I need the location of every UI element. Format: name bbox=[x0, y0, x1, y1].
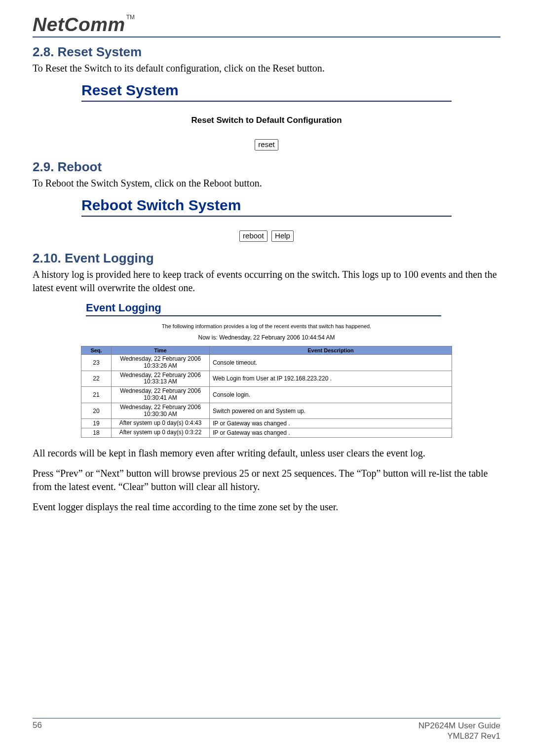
table-row: 18After system up 0 day(s) 0:3:22IP or G… bbox=[81, 428, 452, 438]
col-seq: Seq. bbox=[81, 346, 112, 355]
reset-panel: Reset System Reset Switch to Default Con… bbox=[81, 82, 452, 151]
table-row: 19After system up 0 day(s) 0:4:43IP or G… bbox=[81, 419, 452, 428]
page-number: 56 bbox=[33, 720, 42, 730]
event-logging-panel: Event Logging The following information … bbox=[69, 302, 464, 438]
cell-desc: Switch powered on and System up. bbox=[210, 403, 452, 419]
cell-time: Wednesday, 22 February 2006 10:33:26 AM bbox=[112, 355, 210, 371]
reset-panel-underline bbox=[81, 101, 452, 102]
reset-panel-subtitle: Reset Switch to Default Configuration bbox=[81, 115, 452, 125]
text-reboot: To Reboot the Switch System, click on th… bbox=[33, 177, 500, 190]
event-logging-now: Now is: Wednesday, 22 February 2006 10:4… bbox=[69, 334, 464, 341]
heading-event-logging: 2.10. Event Logging bbox=[33, 251, 500, 266]
footer-revision: YML827 Rev1 bbox=[419, 731, 500, 741]
table-row: 22Wednesday, 22 February 2006 10:33:13 A… bbox=[81, 371, 452, 387]
col-time: Time bbox=[112, 346, 210, 355]
cell-desc: IP or Gateway was changed . bbox=[210, 428, 452, 438]
cell-seq: 20 bbox=[81, 403, 112, 419]
cell-seq: 18 bbox=[81, 428, 112, 438]
text-event-logging-intro: A history log is provided here to keep t… bbox=[33, 268, 500, 295]
cell-seq: 23 bbox=[81, 355, 112, 371]
event-logging-caption: The following information provides a log… bbox=[69, 323, 464, 329]
table-row: 21Wednesday, 22 February 2006 10:30:41 A… bbox=[81, 387, 452, 403]
footer-doc-title: NP2624M User Guide bbox=[419, 720, 500, 731]
brand-logo: NetComm bbox=[33, 14, 125, 36]
page-footer: 56 NP2624M User Guide YML827 Rev1 bbox=[33, 718, 500, 742]
cell-time: Wednesday, 22 February 2006 10:30:41 AM bbox=[112, 387, 210, 403]
help-button[interactable]: Help bbox=[271, 230, 294, 242]
reboot-button[interactable]: reboot bbox=[239, 230, 267, 242]
reset-panel-title: Reset System bbox=[81, 82, 452, 99]
brand-row: NetCommTM bbox=[33, 14, 500, 38]
cell-time: Wednesday, 22 February 2006 10:33:13 AM bbox=[112, 371, 210, 387]
cell-time: After system up 0 day(s) 0:4:43 bbox=[112, 419, 210, 428]
cell-desc: Console login. bbox=[210, 387, 452, 403]
cell-seq: 22 bbox=[81, 371, 112, 387]
cell-time: After system up 0 day(s) 0:3:22 bbox=[112, 428, 210, 438]
cell-desc: Console timeout. bbox=[210, 355, 452, 371]
reboot-panel-title: Reboot Switch System bbox=[81, 197, 452, 214]
reboot-panel: Reboot Switch System reboot Help bbox=[81, 197, 452, 242]
cell-seq: 21 bbox=[81, 387, 112, 403]
cell-seq: 19 bbox=[81, 419, 112, 428]
brand-tm: TM bbox=[126, 14, 135, 21]
heading-reset-system: 2.8. Reset System bbox=[33, 44, 500, 60]
heading-reboot: 2.9. Reboot bbox=[33, 159, 500, 175]
cell-desc: Web Login from User at IP 192.168.223.22… bbox=[210, 371, 452, 387]
text-reset-system: To Reset the Switch to its default confi… bbox=[33, 62, 500, 75]
col-desc: Event Description bbox=[210, 346, 452, 355]
event-logging-panel-title: Event Logging bbox=[86, 302, 464, 314]
reboot-panel-underline bbox=[81, 216, 452, 217]
text-event-logging-after1: All records will be kept in flash memory… bbox=[33, 447, 500, 460]
event-log-table: Seq. Time Event Description 23Wednesday,… bbox=[81, 346, 452, 438]
reset-button[interactable]: reset bbox=[255, 139, 278, 151]
cell-desc: IP or Gateway was changed . bbox=[210, 419, 452, 428]
text-event-logging-after3: Event logger displays the real time acco… bbox=[33, 500, 500, 514]
table-row: 23Wednesday, 22 February 2006 10:33:26 A… bbox=[81, 355, 452, 371]
event-logging-panel-underline bbox=[86, 315, 441, 316]
table-row: 20Wednesday, 22 February 2006 10:30:30 A… bbox=[81, 403, 452, 419]
cell-time: Wednesday, 22 February 2006 10:30:30 AM bbox=[112, 403, 210, 419]
text-event-logging-after2: Press “Prev” or “Next” button will brows… bbox=[33, 467, 500, 493]
